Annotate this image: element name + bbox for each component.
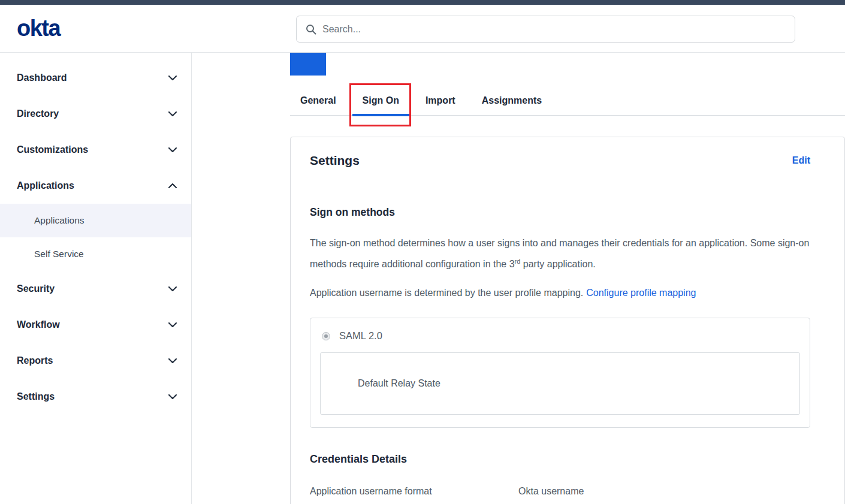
profile-mapping-text: Application username is determined by th… <box>310 284 810 302</box>
tab-sign-on[interactable]: Sign On <box>352 87 409 116</box>
sign-on-methods-description: The sign-on method determines how a user… <box>310 234 810 273</box>
sidebar-subitem-applications[interactable]: Applications <box>0 204 191 237</box>
chevron-down-icon <box>168 358 177 363</box>
credentials-details-heading: Credentials Details <box>310 453 810 466</box>
sidebar-item-label: Reports <box>17 355 53 366</box>
sidebar-item-dashboard[interactable]: Dashboard <box>0 60 191 96</box>
sidebar-item-settings[interactable]: Settings <box>0 379 191 415</box>
sidebar-item-label: Security <box>17 283 55 294</box>
application-username-format-value: Okta username <box>518 486 584 497</box>
edit-button[interactable]: Edit <box>792 155 810 166</box>
sidebar-item-workflow[interactable]: Workflow <box>0 307 191 343</box>
tab-assignments[interactable]: Assignments <box>472 87 552 116</box>
default-relay-state-panel: Default Relay State <box>320 352 800 415</box>
sidebar-item-directory[interactable]: Directory <box>0 96 191 132</box>
saml-radio-button[interactable] <box>322 332 330 340</box>
chevron-down-icon <box>168 322 177 327</box>
default-relay-state-label: Default Relay State <box>358 378 440 389</box>
sidebar-item-applications[interactable]: Applications <box>0 168 191 204</box>
app-logo-tile <box>290 53 326 76</box>
credentials-row: Application username format Okta usernam… <box>310 486 810 497</box>
window-top-strip <box>0 0 845 5</box>
sidebar-item-label: Workflow <box>17 319 60 330</box>
settings-card: Settings Edit Sign on methods The sign-o… <box>290 137 845 504</box>
sidebar-item-label: Dashboard <box>17 73 67 83</box>
search-box[interactable] <box>296 16 795 43</box>
sidebar-item-reports[interactable]: Reports <box>0 343 191 379</box>
sidebar-item-label: Customizations <box>17 144 88 155</box>
app-header: okta <box>0 5 845 53</box>
sidebar-subitem-self-service[interactable]: Self Service <box>0 237 191 271</box>
sidebar-item-label: Applications <box>17 180 74 191</box>
sidebar-subitem-label: Applications <box>34 215 84 226</box>
settings-card-title: Settings <box>310 153 360 168</box>
main-content: General Sign On Import Assignments Setti… <box>192 53 845 504</box>
sign-on-methods-heading: Sign on methods <box>310 206 810 219</box>
chevron-down-icon <box>168 111 177 116</box>
chevron-up-icon <box>168 183 177 188</box>
chevron-down-icon <box>168 286 177 291</box>
okta-logo[interactable]: okta <box>17 16 60 41</box>
sidebar-item-customizations[interactable]: Customizations <box>0 132 191 168</box>
sidebar: Dashboard Directory Customizations Appli… <box>0 53 192 504</box>
tab-bar: General Sign On Import Assignments <box>290 87 845 116</box>
saml-method-panel: SAML 2.0 Default Relay State <box>310 318 810 428</box>
saml-radio-label: SAML 2.0 <box>339 330 382 342</box>
sidebar-item-security[interactable]: Security <box>0 271 191 307</box>
sidebar-subitem-label: Self Service <box>34 249 84 259</box>
application-username-format-label: Application username format <box>310 486 518 497</box>
sidebar-item-label: Settings <box>17 391 55 402</box>
tab-import[interactable]: Import <box>415 87 466 116</box>
sidebar-item-label: Directory <box>17 108 59 119</box>
search-icon <box>306 24 316 35</box>
chevron-down-icon <box>168 394 177 399</box>
chevron-down-icon <box>168 147 177 152</box>
tab-general[interactable]: General <box>290 87 346 116</box>
chevron-down-icon <box>168 76 177 80</box>
configure-profile-mapping-link[interactable]: Configure profile mapping <box>586 288 696 298</box>
search-input[interactable] <box>322 16 795 42</box>
